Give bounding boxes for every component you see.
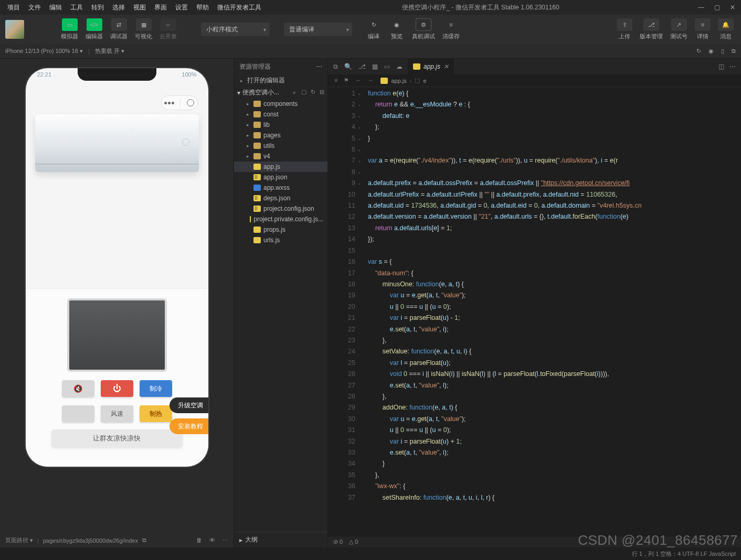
- page-path-label[interactable]: 页面路径 ▾: [5, 536, 33, 544]
- back-icon[interactable]: ←: [355, 77, 361, 84]
- preview-button[interactable]: ◉预览: [387, 17, 407, 41]
- heat-button[interactable]: 制热: [140, 405, 172, 422]
- outline-section[interactable]: ▸大纲: [234, 532, 327, 547]
- tab-close-icon[interactable]: ✕: [443, 63, 449, 70]
- copy-icon[interactable]: ⧉: [142, 537, 146, 544]
- mute-button[interactable]: [62, 380, 94, 397]
- upload-button[interactable]: ⇪上传: [615, 17, 634, 41]
- trash-icon[interactable]: 🗑: [196, 537, 202, 544]
- menu-project[interactable]: 项目: [4, 1, 23, 14]
- collapse-icon[interactable]: ⊟: [320, 89, 324, 96]
- menu-help[interactable]: 帮助: [193, 1, 212, 14]
- tree-item[interactable]: project.config.json: [234, 203, 327, 214]
- opened-editors[interactable]: ▸打开的编辑器: [234, 74, 327, 87]
- details-button[interactable]: ≡详情: [693, 17, 713, 41]
- tree-item[interactable]: ▸v4: [234, 151, 327, 161]
- capsule-buttons[interactable]: [161, 95, 198, 110]
- tree-item[interactable]: app.js: [234, 161, 327, 172]
- tree-item[interactable]: app.json: [234, 172, 327, 182]
- version-button[interactable]: ⎇版本管理: [638, 17, 665, 41]
- wind-button[interactable]: 风速: [101, 405, 133, 422]
- minimize-icon[interactable]: —: [697, 4, 705, 11]
- mode-dropdown[interactable]: 小程序模式: [201, 23, 269, 36]
- panel-icon[interactable]: ▭: [384, 63, 390, 70]
- menu-icon[interactable]: [164, 102, 174, 104]
- avatar[interactable]: [5, 20, 24, 39]
- upgrade-fab[interactable]: 升级空调: [170, 397, 208, 413]
- warnings-count[interactable]: △ 0: [349, 539, 358, 545]
- cursor-position[interactable]: 行 1，列 1 空格：4 UTF-8 LF JavaScript: [632, 550, 736, 558]
- tree-item[interactable]: ▸pages: [234, 130, 327, 141]
- messages-button[interactable]: 🔔消息: [716, 17, 736, 41]
- menu-edit[interactable]: 编辑: [46, 1, 65, 14]
- files-icon[interactable]: ⧉: [333, 63, 338, 70]
- tree-item[interactable]: deps.json: [234, 193, 327, 203]
- menu-ui[interactable]: 界面: [151, 1, 170, 14]
- cloud-button[interactable]: ∞云开发: [157, 17, 179, 41]
- compile-button[interactable]: ↻编译: [364, 17, 384, 41]
- tree-item[interactable]: ▸utils: [234, 141, 327, 151]
- menu-select[interactable]: 选择: [109, 1, 128, 14]
- compile-dropdown[interactable]: 普通编译: [284, 23, 352, 36]
- visual-button[interactable]: ▦可视化: [133, 17, 154, 41]
- errors-count[interactable]: ⊘ 0: [333, 539, 343, 545]
- share-button[interactable]: 让群友凉快凉快: [51, 429, 183, 447]
- split-icon[interactable]: ◫: [718, 63, 724, 70]
- menu-wxdev[interactable]: 微信开发者工具: [214, 1, 264, 14]
- menu-file[interactable]: 文件: [25, 1, 44, 14]
- tree-item[interactable]: urls.js: [234, 235, 327, 245]
- refresh-tree-icon[interactable]: ↻: [311, 89, 315, 96]
- crumb-file[interactable]: app.js: [391, 78, 406, 84]
- power-button[interactable]: [101, 380, 133, 397]
- code-area[interactable]: 1234567891011121314151617181920212223242…: [328, 87, 741, 536]
- close-ring-icon[interactable]: [187, 99, 194, 106]
- crumb-symbol[interactable]: e: [423, 78, 426, 84]
- test-id-button[interactable]: ↗测试号: [668, 17, 690, 41]
- menu-tools[interactable]: 工具: [67, 1, 86, 14]
- page-path: pages/cbygz9da3j50000dw26g/index: [43, 537, 138, 544]
- tree-item[interactable]: project.private.config.js...: [234, 214, 327, 224]
- clear-cache-button[interactable]: ≡清缓存: [440, 17, 462, 41]
- tree-item[interactable]: ▸lib: [234, 120, 327, 130]
- menu-bars-icon[interactable]: ≡: [334, 77, 337, 84]
- tutorial-fab[interactable]: 安装教程: [170, 418, 208, 434]
- more-icon[interactable]: ⋯: [223, 537, 228, 544]
- branch-icon[interactable]: ⎇: [358, 63, 366, 70]
- tab-more-icon[interactable]: ⋯: [729, 63, 736, 70]
- clipboard-icon[interactable]: ⧉: [732, 48, 736, 55]
- device-icon[interactable]: ▯: [721, 48, 724, 55]
- tab-app-js[interactable]: app.js ✕: [408, 59, 454, 74]
- tree-item[interactable]: app.wxss: [234, 182, 327, 193]
- sim-subbar: iPhone 12/13 (Pro) 100% 16 ▾ | 热重载 开 ▾ ↻…: [0, 44, 741, 59]
- refresh-icon[interactable]: ↻: [696, 48, 701, 55]
- blank-button[interactable]: [62, 405, 94, 422]
- close-icon[interactable]: ✕: [728, 4, 737, 11]
- forward-icon[interactable]: →: [367, 77, 373, 84]
- menu-goto[interactable]: 转到: [88, 1, 107, 14]
- editor-button[interactable]: </>编辑器: [83, 17, 105, 41]
- debugger-button[interactable]: ⇄调试器: [108, 17, 130, 41]
- bookmark-icon[interactable]: ⚑: [344, 77, 349, 84]
- eye-icon[interactable]: 👁: [209, 537, 215, 544]
- new-folder-icon[interactable]: ▢: [301, 89, 306, 96]
- window-title: 便携空调小程序_ - 微信开发者工具 Stable 1.06.2301160: [267, 3, 695, 12]
- project-root[interactable]: ▾便携空调小... ＋▢↻⊟: [234, 87, 327, 99]
- device-select[interactable]: iPhone 12/13 (Pro) 100% 16 ▾: [5, 48, 83, 55]
- search-icon[interactable]: 🔍: [344, 63, 352, 70]
- simulator-button[interactable]: ▭模拟器: [59, 17, 80, 41]
- record-icon[interactable]: ◉: [708, 48, 714, 55]
- tree-item[interactable]: props.js: [234, 224, 327, 235]
- new-file-icon[interactable]: ＋: [291, 89, 297, 96]
- menubar: 项目 文件 编辑 工具 转到 选择 视图 界面 设置 帮助 微信开发者工具 便携…: [0, 0, 741, 15]
- remote-debug-button[interactable]: ⚙真机调试: [410, 17, 437, 41]
- menu-settings[interactable]: 设置: [172, 1, 191, 14]
- tree-item[interactable]: ▸const: [234, 109, 327, 120]
- cool-button[interactable]: 制冷: [140, 380, 172, 397]
- grid-icon[interactable]: ▦: [372, 63, 378, 70]
- cloud-icon[interactable]: ☁: [396, 63, 403, 70]
- menu-view[interactable]: 视图: [130, 1, 149, 14]
- hot-reload-toggle[interactable]: 热重载 开 ▾: [95, 47, 124, 55]
- explorer-more-icon[interactable]: ⋯: [316, 63, 322, 70]
- maximize-icon[interactable]: ▢: [713, 4, 721, 11]
- tree-item[interactable]: ▸components: [234, 99, 327, 109]
